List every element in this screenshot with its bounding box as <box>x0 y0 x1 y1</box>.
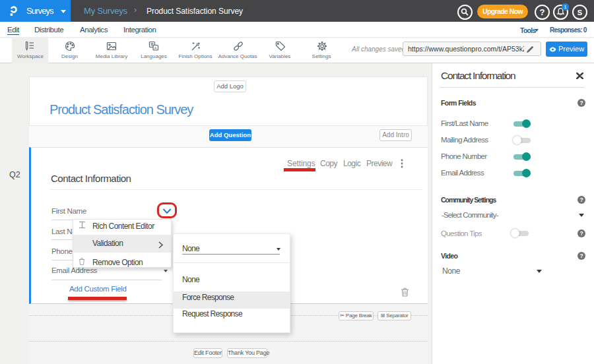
svg-text:A: A <box>154 46 157 50</box>
